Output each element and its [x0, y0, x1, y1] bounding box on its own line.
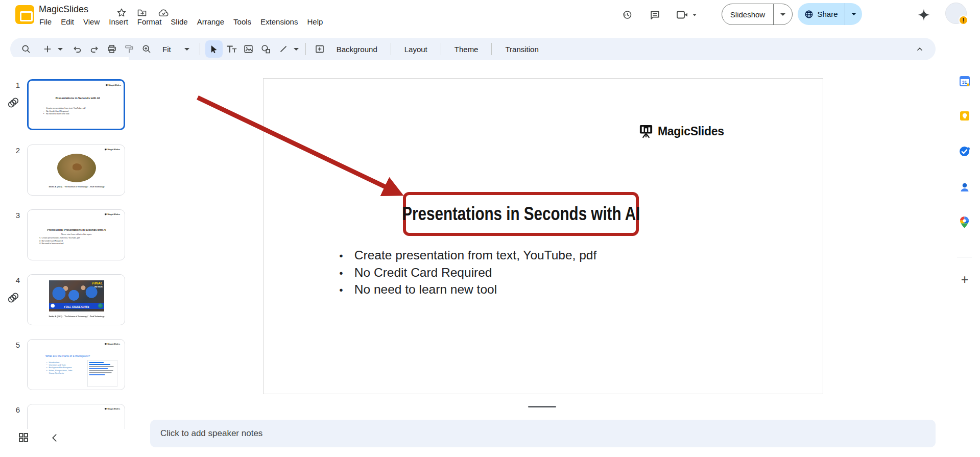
text-box-tool[interactable]: [223, 40, 240, 58]
slide-thumbnail-1[interactable]: MagicSlides Presentations in Seconds wit…: [27, 79, 125, 130]
thumb-caption: Smith, A. (2023) - "The Science of Techn…: [28, 186, 125, 188]
slide-title-box[interactable]: Presentations in Seconds with AI: [403, 192, 639, 236]
menu-tools[interactable]: Tools: [229, 16, 256, 28]
tasks-icon[interactable]: [959, 146, 970, 157]
document-title[interactable]: MagicSlides: [39, 4, 88, 15]
comments-icon[interactable]: [647, 7, 663, 23]
collapse-filmstrip-chevron-left-icon[interactable]: [48, 431, 60, 444]
add-addon-plus-icon[interactable]: +: [958, 273, 971, 286]
slide-bullet-list[interactable]: Create presentation from text, YouTube, …: [339, 248, 596, 299]
thumb-subtitle: Never start from a blank slide again.: [28, 233, 125, 235]
paint-format-icon[interactable]: [121, 40, 138, 58]
slide-link-rings-icon: [7, 291, 20, 304]
keep-icon[interactable]: [959, 110, 970, 122]
magicslides-mini-logo: MagicSlides: [104, 213, 120, 215]
slideshow-dropdown[interactable]: [773, 4, 792, 25]
line-dropdown[interactable]: [292, 48, 300, 51]
globe-icon: [804, 10, 814, 19]
slide-thumbnail-6[interactable]: MagicSlides: [27, 404, 125, 429]
thumb-bullets: Introduction Question and Task Backgroun…: [46, 361, 72, 374]
team-badge-left: [51, 303, 56, 308]
thumb-title: Presentations in Seconds with AI: [29, 97, 125, 100]
hide-menus-chevron-up-icon[interactable]: [911, 40, 928, 58]
insert-shape-tool[interactable]: [257, 40, 275, 58]
zoom-in-icon[interactable]: [138, 40, 155, 58]
slides-logo[interactable]: [15, 5, 34, 24]
rail-divider: [957, 257, 972, 257]
overlay-final-text: FINAL: [92, 281, 103, 285]
calendar-icon[interactable]: 31: [959, 75, 970, 87]
print-icon[interactable]: [103, 40, 121, 58]
toolbar-divider: [441, 43, 441, 55]
insert-image-tool[interactable]: [240, 40, 257, 58]
menu-extensions[interactable]: Extensions: [256, 16, 302, 28]
select-tool[interactable]: [205, 40, 223, 58]
menu-insert[interactable]: Insert: [104, 16, 133, 28]
theme-button[interactable]: Theme: [446, 42, 487, 57]
new-slide-button[interactable]: [39, 40, 56, 58]
overlay-subtext: IND WON: [94, 286, 103, 288]
speaker-notes-placeholder: Click to add speaker notes: [160, 428, 262, 439]
menu-arrange[interactable]: Arrange: [193, 16, 229, 28]
webquest-template-card: [87, 360, 117, 387]
chevron-down-icon: [184, 48, 189, 51]
slide-number: 1: [12, 81, 23, 89]
toolbar-divider: [491, 43, 492, 55]
notes-resize-handle[interactable]: [528, 406, 556, 407]
zoom-value: Fit: [162, 45, 171, 54]
transition-button[interactable]: Transition: [497, 42, 546, 57]
slideshow-button[interactable]: Slideshow: [722, 4, 773, 25]
slide-link-rings-icon: [7, 96, 20, 109]
magicslides-logo-text: MagicSlides: [658, 125, 724, 138]
share-dropdown[interactable]: [845, 3, 862, 25]
maps-icon[interactable]: [959, 217, 970, 228]
contacts-icon[interactable]: [959, 181, 970, 193]
magicslides-mini-logo: MagicSlides: [104, 343, 120, 345]
magicslides-mini-logo: MagicSlides: [104, 148, 120, 151]
chevron-down-icon: [780, 13, 785, 16]
layout-button[interactable]: Layout: [396, 42, 436, 57]
menu-file[interactable]: File: [35, 16, 56, 28]
thumb-title: What are the Parts of a WebQuest?: [28, 354, 108, 357]
toolbar-divider: [391, 43, 391, 55]
menu-slide[interactable]: Slide: [166, 16, 192, 28]
version-history-icon[interactable]: [619, 7, 635, 23]
slide-bullet: No need to learn new tool: [339, 282, 596, 299]
slide-thumbnail-3[interactable]: MagicSlides Professional Presentations i…: [27, 209, 125, 260]
redo-button[interactable]: [86, 40, 103, 58]
gemini-sparkle-icon[interactable]: [916, 7, 932, 23]
thumb-caption: Smith, A. (2023) - "The Science of Techn…: [28, 316, 125, 318]
search-menus-icon[interactable]: [17, 40, 35, 58]
menu-edit[interactable]: Edit: [56, 16, 79, 28]
new-slide-dropdown[interactable]: [56, 48, 64, 51]
workspace: MagicSlides Presentations in Seconds wit…: [129, 60, 949, 429]
chevron-down-icon: [851, 13, 856, 15]
background-button[interactable]: Background: [328, 42, 386, 57]
magicslides-logo: MagicSlides: [639, 124, 724, 139]
zoom-select[interactable]: Fit: [155, 45, 195, 54]
grid-view-icon[interactable]: [16, 430, 31, 445]
insert-placeholder-tool[interactable]: [311, 40, 328, 58]
speaker-notes-input[interactable]: Click to add speaker notes: [150, 420, 936, 447]
magicslides-mini-logo: MagicSlides: [105, 84, 121, 86]
menu-format[interactable]: Format: [133, 16, 166, 28]
menu-help[interactable]: Help: [302, 16, 327, 28]
slide-number: 2: [12, 146, 23, 155]
insert-line-tool[interactable]: [275, 40, 292, 58]
red-annotation-arrow: [192, 93, 411, 203]
slide-number: 6: [12, 405, 23, 414]
undo-button[interactable]: [68, 40, 86, 58]
account-alert-badge[interactable]: !: [959, 15, 968, 25]
svg-text:31: 31: [962, 80, 967, 85]
meet-camera-icon[interactable]: [675, 7, 699, 23]
slide-thumbnail-2[interactable]: MagicSlides Smith, A. (2023) - "The Scie…: [27, 145, 125, 196]
thumb-bullets: Create presentation from text, YouTube, …: [43, 107, 85, 115]
share-button-group: Share: [798, 3, 862, 25]
slide-thumbnail-5[interactable]: MagicSlides What are the Parts of a WebQ…: [27, 339, 125, 390]
magicslides-mini-logo: MagicSlides: [104, 407, 120, 410]
menu-view[interactable]: View: [79, 16, 104, 28]
filmstrip: 1 2 3 4 5 6 MagicSlides Presentations in…: [0, 57, 129, 429]
slide-thumbnail-4[interactable]: FINAL IND WON INDIA VS WEST INDIES MASTE…: [27, 274, 125, 325]
share-button[interactable]: Share: [798, 3, 845, 25]
share-label: Share: [817, 10, 838, 18]
